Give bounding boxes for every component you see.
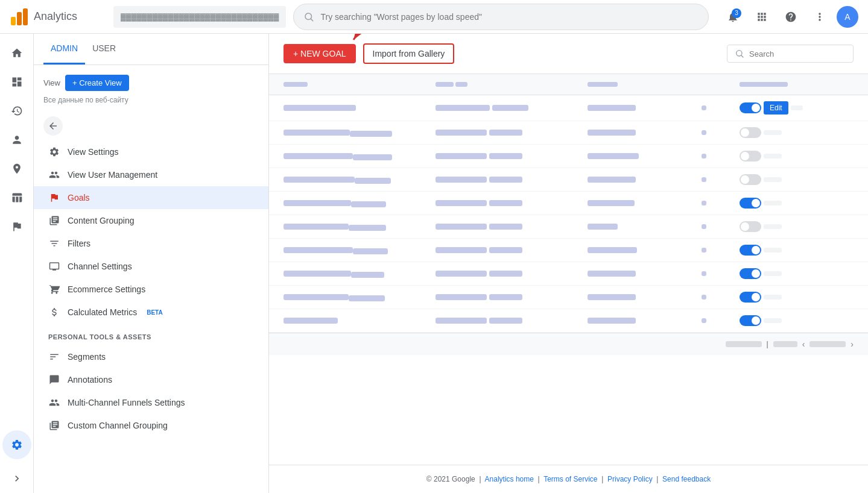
goals-search-input[interactable] bbox=[749, 49, 846, 58]
table-row bbox=[269, 239, 868, 262]
verify-btn-2[interactable] bbox=[764, 130, 782, 135]
toggle-on[interactable] bbox=[740, 268, 761, 279]
notifications-button[interactable]: 3 bbox=[721, 5, 745, 29]
nav-item-goals[interactable]: Goals bbox=[34, 186, 268, 209]
funnels-icon bbox=[48, 397, 60, 408]
toggle-on[interactable] bbox=[740, 102, 761, 113]
table-row bbox=[269, 121, 868, 145]
verify-btn-9[interactable] bbox=[764, 295, 782, 300]
personal-tools-section-label: PERSONAL TOOLS & ASSETS bbox=[34, 324, 268, 345]
nav-label-user-management: View User Management bbox=[68, 170, 157, 180]
verify-btn-4[interactable] bbox=[764, 177, 782, 182]
explore-icon bbox=[11, 163, 23, 175]
verify-btn-10[interactable] bbox=[764, 318, 782, 323]
settings-nav-icon bbox=[48, 146, 60, 157]
account-selector[interactable]: ▓▓▓▓▓▓▓▓▓▓▓▓▓▓▓▓▓▓▓▓▓▓▓▓▓▓▓▓▓▓ bbox=[113, 6, 286, 28]
create-view-button[interactable]: + Create View bbox=[65, 75, 129, 91]
toggle-on[interactable] bbox=[740, 292, 761, 303]
custom-channel-icon bbox=[48, 420, 60, 431]
nav-item-channel-settings[interactable]: Channel Settings bbox=[34, 255, 268, 278]
nav-label-channel-settings: Channel Settings bbox=[68, 262, 132, 271]
sidebar-item-explore[interactable] bbox=[2, 154, 31, 183]
beta-badge: BETA bbox=[147, 309, 162, 316]
pagination-prev-button[interactable]: ‹ bbox=[802, 339, 805, 349]
help-button[interactable] bbox=[779, 5, 803, 29]
th-empty bbox=[702, 80, 740, 89]
nav-item-content-grouping[interactable]: Content Grouping bbox=[34, 209, 268, 232]
table-chart-icon bbox=[11, 192, 23, 204]
nav-label-calculated-metrics: Calculated Metrics bbox=[68, 307, 137, 317]
pagination-page-blurred bbox=[773, 341, 797, 347]
pagination-range-blurred bbox=[809, 341, 846, 347]
nav-item-ecommerce-settings[interactable]: Ecommerce Settings bbox=[34, 278, 268, 301]
footer-link-privacy[interactable]: Privacy Policy bbox=[607, 475, 653, 483]
goals-toolbar: + NEW GOAL Import from Gallery bbox=[269, 34, 868, 74]
nav-item-segments[interactable]: Segments bbox=[34, 345, 268, 368]
nav-item-annotations[interactable]: Annotations bbox=[34, 368, 268, 391]
action-btns: Edit bbox=[740, 101, 803, 115]
tab-admin[interactable]: ADMIN bbox=[43, 34, 85, 64]
nav-item-custom-channel[interactable]: Custom Channel Grouping bbox=[34, 414, 268, 437]
toggle-on[interactable] bbox=[740, 245, 761, 256]
header-icons: 3 A bbox=[721, 5, 858, 29]
toggle-off[interactable] bbox=[740, 127, 761, 138]
tab-user[interactable]: USER bbox=[85, 34, 123, 64]
nav-label-view-settings: View Settings bbox=[68, 147, 119, 157]
nav-label-goals: Goals bbox=[68, 193, 90, 203]
new-goal-button[interactable]: + NEW GOAL bbox=[284, 44, 356, 63]
notification-badge: 3 bbox=[732, 8, 741, 18]
arrow-back-icon bbox=[48, 121, 59, 131]
import-gallery-button[interactable]: Import from Gallery bbox=[363, 43, 455, 64]
nav-item-multi-channel[interactable]: Multi-Channel Funnels Settings bbox=[34, 391, 268, 414]
table-pagination: | ‹ › bbox=[269, 333, 868, 355]
footer-link-analytics-home[interactable]: Analytics home bbox=[485, 475, 534, 483]
verify-btn-8[interactable] bbox=[764, 271, 782, 276]
sidebar-item-dashboard[interactable] bbox=[2, 68, 31, 96]
table-row bbox=[269, 286, 868, 309]
th-recording bbox=[588, 80, 702, 89]
analytics-logo-icon bbox=[10, 7, 29, 27]
table-row bbox=[269, 262, 868, 286]
footer-link-terms[interactable]: Terms of Service bbox=[543, 475, 597, 483]
toggle-on[interactable] bbox=[740, 198, 761, 209]
sidebar-item-reports[interactable] bbox=[2, 96, 31, 125]
toggle-off[interactable] bbox=[740, 174, 761, 185]
verify-btn-3[interactable] bbox=[764, 154, 782, 159]
nav-item-view-settings[interactable]: View Settings bbox=[34, 140, 268, 163]
content-grouping-icon bbox=[48, 215, 60, 226]
verify-btn-7[interactable] bbox=[764, 248, 782, 253]
verify-button[interactable] bbox=[791, 105, 803, 110]
nav-item-calculated-metrics[interactable]: Calculated Metrics BETA bbox=[34, 301, 268, 324]
sidebar-item-users[interactable] bbox=[2, 125, 31, 154]
nav-item-filters[interactable]: Filters bbox=[34, 232, 268, 255]
nav-label-multi-channel: Multi-Channel Funnels Settings bbox=[68, 398, 185, 407]
flag-nav-icon bbox=[11, 221, 23, 233]
global-search-bar[interactable] bbox=[293, 4, 709, 30]
nav-label-custom-channel: Custom Channel Grouping bbox=[68, 421, 168, 430]
sidebar-item-home[interactable] bbox=[2, 39, 31, 68]
user-avatar[interactable]: A bbox=[837, 6, 858, 28]
more-button[interactable] bbox=[808, 5, 832, 29]
pagination-next-button[interactable]: › bbox=[851, 339, 854, 349]
grid-icon bbox=[756, 11, 768, 23]
global-search-input[interactable] bbox=[320, 12, 699, 22]
sidebar-item-display[interactable] bbox=[2, 183, 31, 212]
toggle-off[interactable] bbox=[740, 151, 761, 162]
toggle-on[interactable] bbox=[740, 315, 761, 326]
nav-item-user-management[interactable]: View User Management bbox=[34, 163, 268, 186]
verify-btn-6[interactable] bbox=[764, 224, 782, 229]
th-name bbox=[284, 80, 436, 89]
sidebar-item-settings[interactable] bbox=[2, 430, 31, 459]
back-button[interactable] bbox=[43, 116, 63, 136]
td-type bbox=[436, 104, 588, 113]
channel-icon bbox=[48, 261, 60, 272]
verify-btn-5[interactable] bbox=[764, 201, 782, 206]
edit-button[interactable]: Edit bbox=[764, 101, 788, 115]
nav-label-segments: Segments bbox=[68, 352, 106, 362]
footer-link-feedback[interactable]: Send feedback bbox=[662, 475, 711, 483]
sidebar-item-flag[interactable] bbox=[2, 212, 31, 241]
toggle-off[interactable] bbox=[740, 221, 761, 232]
table-header-row bbox=[269, 74, 868, 95]
sidebar-expand-button[interactable] bbox=[2, 464, 31, 493]
apps-button[interactable] bbox=[750, 5, 774, 29]
